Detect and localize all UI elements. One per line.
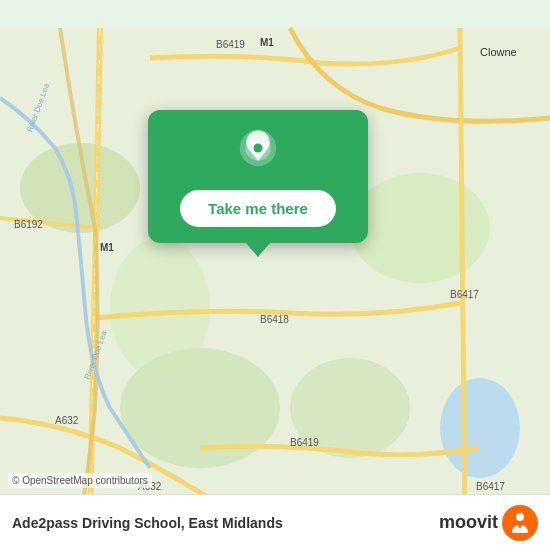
svg-text:M1: M1 xyxy=(100,242,114,253)
location-name: Ade2pass Driving School, East Midlands xyxy=(12,515,283,531)
location-info: Ade2pass Driving School, East Midlands xyxy=(12,515,283,531)
svg-text:Clowne: Clowne xyxy=(480,46,517,58)
moovit-logo: moovit xyxy=(439,505,538,541)
svg-point-26 xyxy=(516,513,524,521)
location-pin-icon xyxy=(233,128,283,178)
take-me-there-button[interactable]: Take me there xyxy=(180,190,336,227)
svg-text:B6417: B6417 xyxy=(450,289,479,300)
svg-point-6 xyxy=(110,238,210,378)
svg-text:B6417: B6417 xyxy=(476,481,505,492)
popup-card: Take me there xyxy=(148,110,368,243)
moovit-text: moovit xyxy=(439,512,498,533)
svg-point-5 xyxy=(440,378,520,478)
svg-text:B6419: B6419 xyxy=(290,437,319,448)
copyright-text: © OpenStreetMap contributors xyxy=(8,473,152,488)
svg-text:B6418: B6418 xyxy=(260,314,289,325)
svg-text:B6192: B6192 xyxy=(14,219,43,230)
moovit-icon xyxy=(502,505,538,541)
svg-point-3 xyxy=(350,173,490,283)
bottom-bar: Ade2pass Driving School, East Midlands m… xyxy=(0,494,550,550)
svg-text:M1: M1 xyxy=(260,37,274,48)
map-container: B6419 M1 B6418 B6419 B6417 B6417 B6192 A… xyxy=(0,0,550,550)
svg-text:B6419: B6419 xyxy=(216,39,245,50)
svg-point-24 xyxy=(253,143,262,152)
map-svg: B6419 M1 B6418 B6419 B6417 B6417 B6192 A… xyxy=(0,0,550,550)
svg-text:A632: A632 xyxy=(55,415,79,426)
